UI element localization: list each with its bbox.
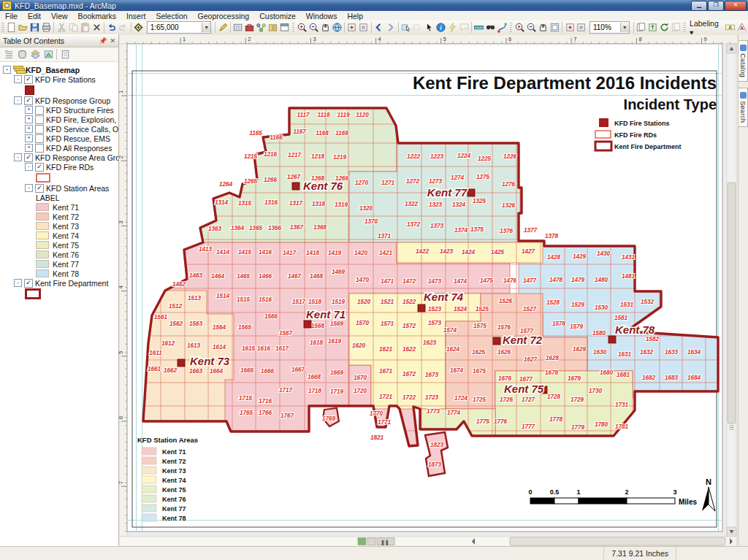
copy-icon[interactable] [67, 21, 79, 34]
selfeat-icon[interactable] [400, 21, 412, 34]
map-layout-view[interactable]: 1234567891234567111711181119112011651166… [119, 34, 738, 546]
toolbar-grip[interactable] [1, 23, 4, 33]
zoomin-icon[interactable] [514, 21, 525, 34]
class-swatch[interactable] [36, 241, 49, 249]
collapse-icon[interactable]: - [25, 184, 33, 192]
zoomin-icon[interactable] [296, 21, 308, 34]
toc-row[interactable]: Kent 71 [0, 202, 118, 212]
toolbox-icon[interactable] [244, 21, 256, 34]
print-icon[interactable] [41, 21, 53, 34]
toc-row[interactable]: -✓Kent Fire Department [0, 278, 118, 288]
toc-row[interactable]: -✓KFD Station Areas [0, 183, 118, 193]
undo-icon[interactable] [106, 21, 118, 34]
find-icon[interactable] [485, 21, 497, 34]
layer-visibility-checkbox[interactable]: ✓ [35, 163, 44, 172]
minimize-button[interactable]: ▁ [691, 1, 707, 11]
ddp-icon[interactable] [636, 21, 647, 34]
toc-row[interactable]: Kent 75 [0, 240, 118, 250]
layer-symbol-swatch[interactable] [36, 173, 50, 183]
toc-row[interactable]: Kent 78 [0, 269, 118, 278]
popup-icon[interactable] [458, 21, 470, 34]
expand-icon[interactable]: + [25, 144, 33, 152]
layer-visibility-checkbox[interactable] [35, 144, 44, 153]
layer-visibility-checkbox[interactable]: ✓ [35, 184, 44, 193]
layout-zoom-combo-dropdown-arrow[interactable]: ▼ [620, 23, 629, 32]
toc3-icon[interactable] [28, 48, 42, 61]
layer-visibility-checkbox[interactable] [35, 134, 44, 143]
save-icon[interactable] [29, 21, 41, 34]
toc-row[interactable]: +KFD Service Calls, Other [0, 124, 118, 134]
toc1-icon[interactable] [2, 48, 15, 61]
layer-visibility-checkbox[interactable]: ✓ [24, 279, 33, 288]
toc-row[interactable] [0, 84, 118, 96]
expand-icon[interactable]: + [25, 106, 33, 114]
layer-visibility-checkbox[interactable] [35, 106, 44, 115]
toc-row[interactable] [0, 172, 118, 183]
toc2-icon[interactable] [15, 48, 28, 61]
lblA-icon[interactable]: A [725, 21, 736, 34]
title-bar[interactable]: KFD_Basemap.mxd - ArcMap ▁ ❐ ✕ [0, 0, 748, 11]
dock-tab-search[interactable]: Search [739, 88, 748, 127]
pan-icon[interactable] [537, 21, 549, 34]
back-icon[interactable] [373, 21, 385, 34]
toc-row[interactable]: Kent 76 [0, 250, 118, 259]
catalog-icon[interactable] [267, 21, 279, 34]
exportm-icon[interactable] [647, 21, 659, 34]
toc-row[interactable]: Kent 72 [0, 212, 118, 221]
new-icon[interactable] [6, 21, 18, 34]
route-icon[interactable] [497, 21, 508, 34]
zoomout-icon[interactable] [308, 21, 319, 34]
pgfull-icon[interactable] [549, 21, 560, 34]
menu-edit[interactable]: Edit [23, 12, 46, 20]
redo-icon[interactable] [118, 21, 129, 34]
menu-view[interactable]: View [46, 12, 73, 20]
toc-row[interactable]: +KFD Structure Fires [0, 105, 118, 115]
class-swatch[interactable] [36, 260, 49, 268]
globe-icon[interactable] [331, 21, 343, 34]
class-swatch[interactable] [36, 222, 49, 230]
class-swatch[interactable] [36, 269, 49, 277]
toc-row[interactable]: -✓KFD Fire Stations [0, 74, 118, 84]
map-scale-combo-dropdown-arrow[interactable]: ▼ [202, 23, 210, 32]
menu-file[interactable]: File [0, 12, 23, 20]
collapse-icon[interactable]: - [14, 153, 22, 161]
collapse-icon[interactable]: - [14, 75, 22, 83]
window-icon[interactable] [279, 21, 291, 34]
fixzin-icon[interactable] [564, 21, 576, 34]
measure-icon[interactable] [473, 21, 485, 34]
dock-tab-catalog[interactable]: Catalog [739, 40, 748, 82]
menu-geoprocessing[interactable]: Geoprocessing [193, 12, 255, 20]
open-icon[interactable] [18, 21, 29, 34]
fixzout-icon[interactable] [358, 21, 370, 34]
expand-icon[interactable]: + [25, 134, 33, 142]
toc4-icon[interactable] [42, 48, 55, 61]
hyper-icon[interactable] [446, 21, 458, 34]
fixzout-icon[interactable] [576, 21, 587, 34]
toc-header[interactable]: Table Of Contents 📌 ✕ [0, 34, 118, 47]
toolbar-grip[interactable] [510, 23, 513, 33]
clearsel-icon[interactable] [411, 21, 423, 34]
paste-icon[interactable] [79, 21, 91, 34]
ddp-icon[interactable] [670, 21, 682, 34]
collapse-icon[interactable]: - [14, 279, 22, 287]
cut-icon[interactable] [56, 21, 67, 34]
toc5-icon[interactable] [58, 48, 72, 61]
toc-row[interactable]: -✓KFD Response Area Group [0, 153, 118, 162]
toc-row[interactable]: Kent 73 [0, 221, 118, 231]
menu-customize[interactable]: Customize [254, 12, 301, 20]
del-icon[interactable] [91, 21, 102, 34]
refresh-icon[interactable] [658, 21, 670, 34]
collapse-icon[interactable]: - [14, 96, 22, 104]
toc-row[interactable]: +KFD Rescue, EMS [0, 134, 118, 143]
table-icon[interactable] [232, 21, 244, 34]
menu-bookmarks[interactable]: Bookmarks [73, 12, 122, 20]
layer-visibility-checkbox[interactable] [35, 115, 44, 124]
layer-visibility-checkbox[interactable]: ✓ [24, 96, 33, 105]
menu-windows[interactable]: Windows [301, 12, 343, 20]
identify-icon[interactable]: i [435, 21, 446, 34]
collapse-icon[interactable]: - [25, 163, 33, 171]
toc-row[interactable]: -KFD_Basemap [0, 65, 118, 74]
fixzin-icon[interactable] [346, 21, 358, 34]
zoomout-icon[interactable] [525, 21, 537, 34]
layer-visibility-checkbox[interactable] [35, 125, 44, 134]
